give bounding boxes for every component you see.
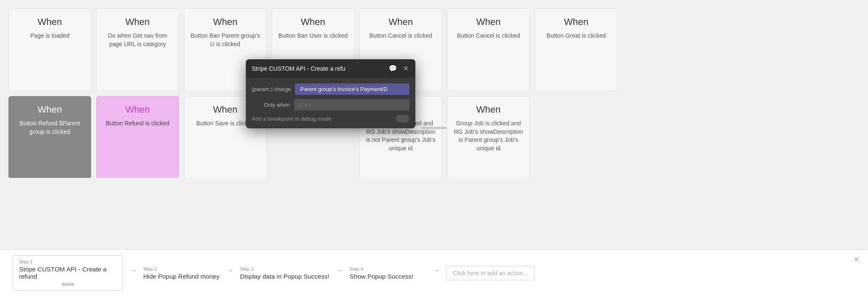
- popup-stripe-api: Stripe CUSTOM API - Create a refu 💬 ✕ (p…: [246, 59, 415, 128]
- card-when-label: When: [301, 17, 325, 28]
- popup-title: Stripe CUSTOM API - Create a refu: [252, 65, 388, 72]
- card-when-label: When: [564, 17, 588, 28]
- card-great[interactable]: When Button Great is clicked: [535, 8, 618, 91]
- popup-comment-button[interactable]: 💬: [388, 64, 398, 73]
- cards-row-1: When Page is loaded When Do when Get nav…: [8, 8, 860, 91]
- workflow-step-2[interactable]: Step 2 Hide Popup Refund money: [143, 266, 220, 280]
- card-refund[interactable]: When Button Refund is clicked: [96, 96, 179, 178]
- popup-header: Stripe CUSTOM API - Create a refu 💬 ✕: [246, 59, 415, 77]
- step-1-label: Step 1: [19, 259, 117, 264]
- card-desc: Button Ban User is clicked: [278, 32, 348, 40]
- step-4-label: Step 4: [350, 266, 426, 271]
- popup-param-value[interactable]: Parent group's Invoice's PaymentID: [295, 83, 409, 95]
- card-when-label: When: [38, 104, 62, 115]
- step-arrow-4: →: [432, 266, 440, 280]
- card-do-when-get-nav[interactable]: When Do when Get nav from page URL is ca…: [96, 8, 179, 91]
- popup-only-when-label: Only when: [252, 102, 290, 108]
- add-step-label: Click here to add an action...: [453, 270, 528, 277]
- card-desc: Button Refund $Parent group is clicked: [14, 119, 86, 136]
- step-4-title: Show Popup Success!: [350, 273, 426, 280]
- step-3-title: Display data in Popup Success!: [240, 273, 329, 280]
- popup-param-row: (param.) charge Parent group's Invoice's…: [252, 83, 409, 95]
- popup-breakpoint-label: Add a breakpoint in debug mode: [252, 116, 331, 122]
- card-page-loaded[interactable]: When Page is loaded: [8, 8, 91, 91]
- card-desc: Button Refund is clicked: [106, 119, 169, 128]
- workflow-step-1[interactable]: Step 1 Stripe CUSTOM API - Create a refu…: [13, 255, 123, 290]
- card-cancel-2[interactable]: When Button Cancel is clicked: [447, 8, 530, 91]
- step-2-title: Hide Popup Refund money: [143, 273, 220, 280]
- card-desc: Button Ban Parent group's U is clicked: [189, 32, 261, 48]
- workflow-close-button[interactable]: ✕: [853, 255, 860, 264]
- step-arrow-2: →: [225, 266, 234, 280]
- workflow-add-step[interactable]: Click here to add an action...: [446, 266, 534, 280]
- workflow-step-4[interactable]: Step 4 Show Popup Success!: [350, 266, 426, 280]
- popup-header-icons: 💬 ✕: [388, 64, 409, 73]
- popup-param-label: (param.) charge: [252, 86, 291, 92]
- scroll-hint: [421, 127, 447, 129]
- popup-breakpoint-row: Add a breakpoint in debug mode: [252, 115, 409, 122]
- popup-close-button[interactable]: ✕: [402, 64, 409, 73]
- card-when-label: When: [476, 17, 501, 28]
- card-desc: Group Job is clicked and RG Job's showDe…: [453, 119, 524, 152]
- card-when-label: When: [213, 17, 237, 28]
- card-group-job-is[interactable]: When Group Job is clicked and RG Job's s…: [447, 96, 530, 178]
- step-arrow-3: →: [335, 266, 344, 280]
- card-when-label: When: [38, 17, 62, 28]
- step-1-title: Stripe CUSTOM API - Create a refund: [19, 266, 117, 280]
- step-1-delete[interactable]: delete: [19, 282, 117, 287]
- card-refund-parent[interactable]: When Button Refund $Parent group is clic…: [8, 96, 91, 178]
- popup-body: (param.) charge Parent group's Invoice's…: [246, 77, 415, 128]
- step-arrow-1: →: [129, 266, 137, 280]
- card-desc: Do when Get nav from page URL is categor…: [102, 32, 173, 48]
- card-desc: Button Great is clicked: [546, 32, 606, 40]
- step-2-label: Step 2: [143, 266, 220, 271]
- step-3-label: Step 3: [240, 266, 329, 271]
- cards-row-2: When Button Refund $Parent group is clic…: [8, 96, 860, 178]
- card-when-label: When: [213, 104, 237, 115]
- card-when-label: When: [476, 104, 501, 115]
- card-when-label: When: [389, 17, 413, 28]
- popup-only-when-input[interactable]: [294, 99, 409, 111]
- card-desc: Button Cancel is clicked: [369, 32, 432, 40]
- popup-only-when-row: Only when: [252, 99, 409, 111]
- card-when-label: When: [125, 17, 150, 28]
- main-canvas: When Page is loaded When Do when Get nav…: [0, 0, 868, 178]
- card-desc: Button Cancel is clicked: [457, 32, 520, 40]
- workflow-step-3[interactable]: Step 3 Display data in Popup Success!: [240, 266, 329, 280]
- popup-breakpoint-toggle[interactable]: [396, 115, 409, 122]
- card-when-label: When: [125, 104, 150, 115]
- workflow-bar: ✕ Step 1 Stripe CUSTOM API - Create a re…: [0, 249, 868, 296]
- card-desc: Page is loaded: [30, 32, 70, 40]
